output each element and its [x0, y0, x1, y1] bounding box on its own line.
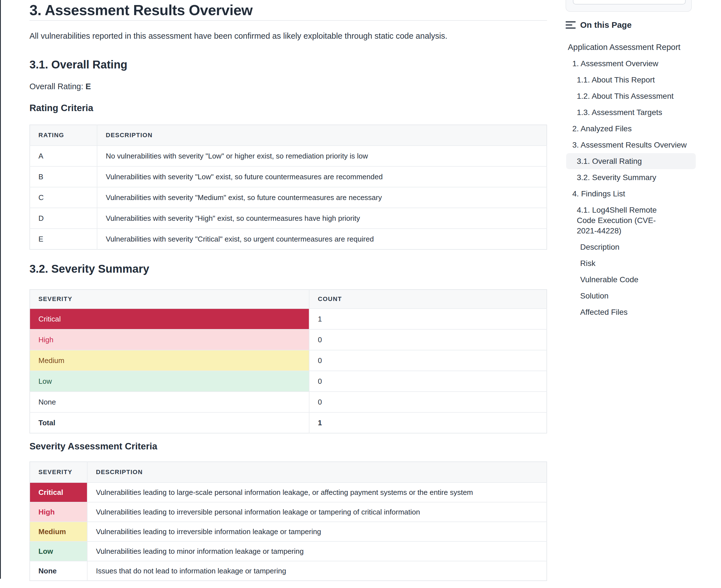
table-row: Medium Vulnerabilities leading to irreve…	[30, 522, 547, 542]
column-header: DESCRIPTION	[97, 125, 547, 146]
severity-cell-high: High	[30, 502, 87, 522]
overall-rating-value: E	[86, 82, 91, 91]
on-this-page-label: On this Page	[580, 20, 632, 30]
table-row: D Vulnerabilities with severity "High" e…	[30, 208, 547, 229]
table-row: A No vulnerabilities with severity "Low"…	[30, 146, 547, 166]
severity-cell-medium: Medium	[30, 522, 87, 542]
severity-cell-high: High	[30, 329, 309, 350]
table-header-row: RATING DESCRIPTION	[30, 125, 547, 146]
column-header: SEVERITY	[30, 462, 87, 483]
description-cell: Vulnerabilities with severity "Critical"…	[97, 229, 547, 249]
rating-cell: D	[30, 208, 97, 229]
total-count-cell: 1	[309, 413, 547, 433]
toc-item-severity-summary[interactable]: 3.2. Severity Summary	[566, 172, 696, 183]
table-row-total: Total 1	[30, 413, 547, 433]
search-panel	[566, 0, 692, 12]
count-cell: 0	[309, 329, 547, 350]
description-cell: Vulnerabilities leading to large-scale p…	[87, 483, 547, 502]
toc-item-findings-list[interactable]: 4. Findings List	[566, 189, 696, 199]
severity-cell-critical: Critical	[30, 309, 309, 329]
severity-summary-table: SEVERITY COUNT Critical 1 High 0 Medium …	[29, 289, 547, 434]
table-row: B Vulnerabilities with severity "Low" ex…	[30, 166, 547, 187]
severity-cell-low: Low	[30, 371, 309, 392]
rating-cell: A	[30, 146, 97, 166]
table-row: Critical 1	[30, 309, 547, 329]
description-cell: No vulnerabilities with severity "Low" o…	[97, 146, 547, 166]
severity-cell-low: Low	[30, 542, 87, 561]
overall-rating-line: Overall Rating: E	[29, 82, 91, 91]
toc-item-affected-files[interactable]: Affected Files	[566, 307, 696, 317]
column-header: COUNT	[309, 290, 547, 309]
toc-item-solution[interactable]: Solution	[566, 291, 696, 301]
table-header-row: SEVERITY COUNT	[30, 290, 547, 309]
table-row: None Issues that do not lead to informat…	[30, 561, 547, 581]
rating-criteria-table: RATING DESCRIPTION A No vulnerabilities …	[29, 125, 547, 250]
table-row: None 0	[30, 392, 547, 413]
toc-item-analyzed-files[interactable]: 2. Analyzed Files	[566, 123, 696, 134]
table-row: Low 0	[30, 371, 547, 392]
toc-item-description[interactable]: Description	[566, 242, 696, 252]
rating-cell: C	[30, 187, 97, 208]
description-cell: Vulnerabilities with severity "Low" exis…	[97, 166, 547, 187]
toc-item-about-this-assessment[interactable]: 1.2. About This Assessment	[566, 91, 696, 101]
on-this-page-header: On this Page	[566, 20, 632, 30]
description-cell: Vulnerabilities leading to irreversible …	[87, 502, 547, 522]
description-cell: Vulnerabilities leading to minor informa…	[87, 542, 547, 561]
toc-item-overall-rating-active[interactable]: 3.1. Overall Rating	[566, 153, 696, 169]
page: 3. Assessment Results Overview All vulne…	[0, 0, 721, 588]
description-cell: Issues that do not lead to information l…	[87, 561, 547, 581]
heading-rating-criteria: Rating Criteria	[29, 103, 93, 113]
severity-cell-none: None	[30, 561, 87, 581]
toc-item-assessment-results-overview[interactable]: 3. Assessment Results Overview	[566, 140, 696, 150]
page-title: 3. Assessment Results Overview	[29, 2, 253, 19]
heading-severity-criteria: Severity Assessment Criteria	[29, 441, 157, 451]
table-row: Critical Vulnerabilities leading to larg…	[30, 483, 547, 502]
intro-paragraph: All vulnerabilities reported in this ass…	[29, 31, 447, 41]
description-cell: Vulnerabilities leading to irreversible …	[87, 522, 547, 542]
rating-cell: B	[30, 166, 97, 187]
table-row: Low Vulnerabilities leading to minor inf…	[30, 542, 547, 561]
severity-criteria-table: SEVERITY DESCRIPTION Critical Vulnerabil…	[29, 461, 547, 581]
toc-item-assessment-overview[interactable]: 1. Assessment Overview	[566, 58, 696, 69]
rating-cell: E	[30, 229, 97, 249]
overall-rating-label: Overall Rating:	[29, 82, 86, 91]
table-row: High Vulnerabilities leading to irrevers…	[30, 502, 547, 522]
count-cell: 0	[309, 392, 547, 413]
toc-item-assessment-targets[interactable]: 1.3. Assessment Targets	[566, 107, 696, 118]
toc-item-application-assessment-report[interactable]: Application Assessment Report	[566, 42, 696, 52]
table-row: High 0	[30, 329, 547, 350]
toc-item-risk[interactable]: Risk	[566, 258, 696, 269]
description-cell: Vulnerabilities with severity "High" exi…	[97, 208, 547, 229]
title-divider	[29, 20, 547, 21]
count-cell: 0	[309, 371, 547, 392]
count-cell: 1	[309, 309, 547, 329]
table-row: C Vulnerabilities with severity "Medium"…	[30, 187, 547, 208]
severity-cell-none: None	[30, 392, 309, 413]
heading-overall-rating: 3.1. Overall Rating	[29, 58, 127, 71]
toc-item-about-this-report[interactable]: 1.1. About This Report	[566, 75, 696, 85]
severity-cell-critical: Critical	[30, 483, 87, 502]
description-cell: Vulnerabilities with severity "Medium" e…	[97, 187, 547, 208]
toc-item-vulnerable-code[interactable]: Vulnerable Code	[566, 274, 696, 285]
window-left-border	[0, 0, 1, 579]
table-header-row: SEVERITY DESCRIPTION	[30, 462, 547, 483]
table-of-contents-icon	[566, 21, 576, 28]
toc-item-log4shell-finding[interactable]: 4.1. Log4Shell Remote Code Execution (CV…	[566, 205, 676, 236]
heading-severity-summary: 3.2. Severity Summary	[29, 262, 149, 275]
search-input[interactable]	[573, 0, 686, 4]
severity-cell-medium: Medium	[30, 350, 309, 371]
column-header: RATING	[30, 125, 97, 146]
page-toc: Application Assessment Report 1. Assessm…	[566, 42, 696, 323]
total-label-cell: Total	[30, 413, 309, 433]
table-row: Medium 0	[30, 350, 547, 371]
table-row: E Vulnerabilities with severity "Critica…	[30, 229, 547, 249]
column-header: SEVERITY	[30, 290, 309, 309]
count-cell: 0	[309, 350, 547, 371]
column-header: DESCRIPTION	[87, 462, 547, 483]
